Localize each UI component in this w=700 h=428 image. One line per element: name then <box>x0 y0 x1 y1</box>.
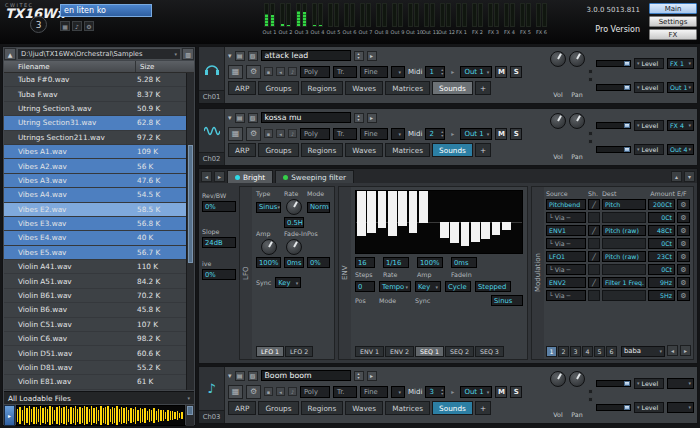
output-level-slider[interactable] <box>596 146 631 153</box>
seq-step-bar[interactable] <box>450 222 459 243</box>
seq-step-bar[interactable] <box>492 222 501 235</box>
mod-page-button[interactable]: 6 <box>606 346 617 357</box>
file-row[interactable]: Utring Section31.wav62.8 K <box>4 116 188 130</box>
seq-step-bar[interactable] <box>502 222 511 230</box>
output-level-slider[interactable] <box>596 404 631 411</box>
mod-amount-field[interactable]: 0Ct <box>648 264 675 275</box>
waveform-display[interactable] <box>16 405 185 426</box>
slider-thumb[interactable] <box>624 85 630 90</box>
seq-amp-field[interactable]: 100% <box>417 257 443 268</box>
mod-settings-gear-icon[interactable]: ⚙ <box>677 199 690 210</box>
output-level-select[interactable]: ▾Level <box>634 402 664 413</box>
fx-send-select[interactable]: ▾ <box>667 378 694 389</box>
strip-tab-waves[interactable]: Waves <box>345 81 383 95</box>
slider-thumb[interactable] <box>624 123 630 128</box>
seq-tab-3[interactable]: SEQ 3 <box>475 346 504 357</box>
lfo-fadein-knob[interactable] <box>286 239 302 255</box>
mod-amount-field[interactable]: 23Ct <box>648 251 675 262</box>
mod-page-button[interactable]: 1 <box>546 346 557 357</box>
mod-amount-field[interactable]: 0Ct <box>648 212 675 223</box>
file-row[interactable]: Violin D81.wav55.2 K <box>4 361 188 375</box>
poly-field[interactable]: Poly <box>300 66 330 78</box>
strip-tab-groups[interactable]: Groups <box>258 401 298 415</box>
mod-shape-icon[interactable] <box>588 264 600 275</box>
mod-dest-select[interactable]: Pitch <box>602 199 646 210</box>
keyboard-small-icon[interactable]: ▦ <box>60 21 70 31</box>
strip-tab-arp[interactable]: ARP <box>228 81 256 95</box>
mod-dest-select[interactable] <box>602 212 646 223</box>
program-spinner[interactable]: ▴▾ <box>354 371 364 381</box>
tab-scroll-left-icon[interactable]: ◂ <box>201 171 212 182</box>
file-row[interactable]: Vibes A4.wav54.5 K <box>4 188 188 202</box>
program-menu-icon[interactable]: ▸ <box>367 51 377 61</box>
seq-step-bar[interactable] <box>461 222 470 246</box>
collapse-caret-icon[interactable]: ▾ <box>228 52 232 60</box>
lfo-tab-1[interactable]: LFO 1 <box>256 346 284 357</box>
seq-steps-field[interactable]: 16 <box>355 257 375 268</box>
seq-step-bar[interactable] <box>388 191 397 236</box>
mute-button[interactable]: M <box>495 128 507 140</box>
collapse-caret-icon[interactable]: ▾ <box>228 114 232 122</box>
lfo-pos-value[interactable]: 0% <box>307 257 330 268</box>
send-level-select[interactable]: ▾Level <box>634 58 664 69</box>
fx-send-select[interactable]: FX 1▾ <box>667 58 694 69</box>
scrollbar-thumb[interactable] <box>188 145 193 263</box>
seq-step-bar[interactable] <box>398 191 407 226</box>
performance-name-field[interactable]: en liten ko <box>60 4 152 17</box>
midi-out-select[interactable]: Out 1▾ <box>460 386 492 398</box>
editor-tab-bright[interactable]: Bright <box>227 170 273 183</box>
quality-select[interactable]: ▾ <box>391 66 405 78</box>
lfo-tab-2[interactable]: LFO 2 <box>285 346 313 357</box>
mute-button[interactable]: M <box>495 386 507 398</box>
volume-knob[interactable] <box>550 113 566 129</box>
editor-tab-sweeping-filter[interactable]: Sweeping filter <box>275 170 354 183</box>
seq-step-bar[interactable] <box>357 191 366 236</box>
solo-led[interactable] <box>588 397 593 402</box>
strip-tab-arp[interactable]: ARP <box>228 143 256 157</box>
mod-shape-icon[interactable] <box>588 212 600 223</box>
file-row[interactable]: Vibes E3.wav56.8 K <box>4 217 188 231</box>
mod-shape-icon[interactable]: ╱ <box>588 251 600 262</box>
seq-stepped-button[interactable]: Stepped <box>475 281 511 292</box>
add-tab-button[interactable]: + <box>475 81 491 95</box>
solo-button[interactable]: S <box>510 66 522 78</box>
file-row[interactable]: Vibes A2.wav56 K <box>4 159 188 173</box>
seq-step-bar[interactable] <box>367 191 376 233</box>
seq-rate-field[interactable]: 1/16 <box>383 257 409 268</box>
pan-knob[interactable] <box>569 371 585 387</box>
mod-prev-icon[interactable]: ◂ <box>667 345 678 356</box>
midi-channel-spinner[interactable]: 3▴▾ <box>425 386 445 398</box>
mute-button[interactable]: M <box>495 66 507 78</box>
edit-program-icon[interactable]: ▧ <box>248 113 258 123</box>
program-spinner[interactable]: ▴▾ <box>354 113 364 123</box>
file-row[interactable]: Tuba F.wav8.37 K <box>4 87 188 101</box>
file-row[interactable]: Utring Section3.wav50.9 K <box>4 102 188 116</box>
mod-amount-field[interactable]: 5Hz <box>648 290 675 301</box>
seq-step-bar[interactable] <box>409 191 418 233</box>
sample-icon[interactable]: ♪ <box>288 67 297 76</box>
lfo-amp-value[interactable]: 100% <box>256 257 281 268</box>
lfo-rate-knob[interactable] <box>286 199 302 215</box>
seq-step-bar[interactable] <box>471 222 480 242</box>
mod-settings-gear-icon[interactable]: ⚙ <box>677 225 690 236</box>
volume-knob[interactable] <box>550 51 566 67</box>
mod-settings-gear-icon[interactable]: ⚙ <box>677 290 690 301</box>
editor-down-icon[interactable]: ▾ <box>684 171 695 182</box>
mute-led[interactable] <box>588 389 593 394</box>
add-tab-button[interactable]: + <box>475 143 491 157</box>
output-select[interactable]: ▾ <box>667 402 694 413</box>
file-row[interactable]: Violin E81.wav61 K <box>4 375 188 389</box>
channel-type-icon[interactable]: ♪ <box>199 367 224 410</box>
channel-type-icon[interactable]: ♪ <box>199 47 224 90</box>
mod-dest-select[interactable] <box>602 290 646 301</box>
poly-field[interactable]: Poly <box>300 386 330 398</box>
mod-source-select[interactable]: Pitchbend <box>546 199 586 210</box>
seq-mode-select[interactable]: Tempo▾ <box>379 281 411 292</box>
note-small-icon[interactable]: ♪ <box>72 21 82 31</box>
output-select[interactable]: Out 4▾ <box>667 144 694 155</box>
mod-source-select[interactable]: └ Via ─ <box>546 238 586 249</box>
mod-dest-select[interactable] <box>602 238 646 249</box>
file-row[interactable]: Vibes E4.wav40 K <box>4 231 188 245</box>
edit-program-icon[interactable]: ▧ <box>248 371 258 381</box>
seq-step-bar[interactable] <box>440 222 449 238</box>
